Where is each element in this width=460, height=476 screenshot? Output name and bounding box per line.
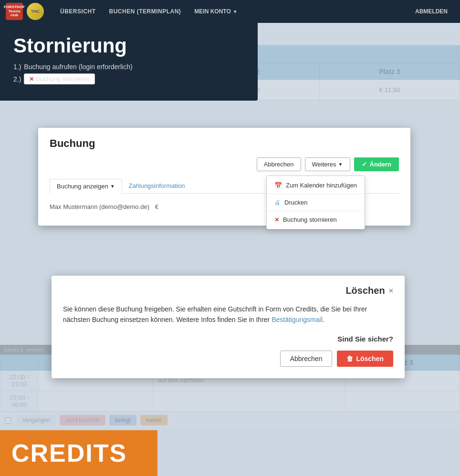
- logo-forsthof: FORSTHOFTennisclub: [6, 3, 23, 20]
- loeschen-link[interactable]: Bestätigungsmail: [272, 316, 323, 323]
- booking-card-title: Buchung: [50, 137, 399, 150]
- loeschen-confirm-label: Löschen: [356, 355, 384, 362]
- loeschen-cancel-button[interactable]: Abbrechen: [280, 351, 333, 367]
- credits-banner: CREDITS: [0, 430, 157, 476]
- navbar: FORSTHOFTennisclub THC ÜBERSICHT BUCHEN …: [0, 0, 460, 23]
- dropdown-stornieren-label: Buchung stornieren: [283, 216, 337, 223]
- dropdown-print-label: Drucken: [284, 199, 307, 206]
- loeschen-title: Löschen: [224, 285, 385, 296]
- loeschen-confirm-button[interactable]: 🗑 Löschen: [337, 351, 393, 367]
- loeschen-btns: Abbrechen 🗑 Löschen: [63, 351, 393, 367]
- credits-text: CREDITS: [11, 439, 127, 467]
- step1-text: Buchung aufrufen (login erforderlich): [24, 63, 132, 71]
- loeschen-body-text2: .: [323, 316, 324, 323]
- aendern-label: Ändern: [370, 161, 392, 168]
- dropdown-divider-2: [267, 211, 365, 211]
- dropdown-divider: [267, 194, 365, 194]
- tutorial-overlay: Stornierung 1.) Buchung aufrufen (login …: [0, 23, 258, 101]
- loeschen-dialog: Löschen × Sie können diese Buchung freig…: [52, 276, 405, 378]
- x-icon: ✕: [29, 76, 34, 83]
- dropdown-cal-label: Zum Kalender hinzufügen: [286, 182, 357, 189]
- dropdown-menu: 📅 Zum Kalender hinzufügen 🖨 Drucken ✕ Bu…: [266, 176, 365, 229]
- nav-mein-konto[interactable]: MEIN KONTO ▼: [188, 0, 244, 23]
- weiteres-label: Weiteres: [312, 161, 336, 168]
- tab-buchung-label: Buchung anzeigen: [57, 183, 108, 190]
- tutorial-title: Stornierung: [13, 34, 244, 57]
- tutorial-btn-label: Buchung stornieren: [36, 75, 90, 83]
- user-name: Max Mustermann (demo@demo.de): [50, 203, 149, 210]
- loeschen-close-btn[interactable]: ×: [389, 287, 393, 295]
- weiteres-button[interactable]: Weiteres ▼: [305, 157, 350, 171]
- abbrechen-button[interactable]: Abbrechen: [257, 157, 301, 171]
- nav-mein-konto-label: MEIN KONTO: [194, 8, 230, 15]
- tab-buchung-caret: ▼: [110, 184, 115, 189]
- aendern-check-icon: ✓: [362, 161, 367, 168]
- tab-zahlung[interactable]: Zahlungsinformation: [122, 179, 192, 193]
- loeschen-confirm-text: Sind Sie sicher?: [63, 335, 393, 343]
- brand: FORSTHOFTennisclub THC: [6, 3, 44, 20]
- cancel-icon: ✕: [274, 217, 279, 223]
- step2-number: 2.): [13, 75, 21, 83]
- loeschen-header: Löschen ×: [63, 285, 393, 296]
- print-icon: 🖨: [274, 199, 281, 206]
- trash-icon: 🗑: [346, 355, 353, 362]
- booking-toolbar: Abbrechen Weiteres ▼ ✓ Ändern: [50, 157, 399, 171]
- logo-thc-text: THC: [31, 9, 40, 14]
- logo-thc: THC: [27, 3, 44, 20]
- tutorial-cancel-btn[interactable]: ✕ Buchung stornieren: [24, 73, 95, 84]
- nav-mein-konto-caret: ▼: [233, 9, 238, 14]
- dropdown-add-calendar[interactable]: 📅 Zum Kalender hinzufügen: [267, 178, 365, 193]
- tab-buchung-anzeigen[interactable]: Buchung anzeigen ▼: [50, 179, 122, 194]
- nav-uebersicht[interactable]: ÜBERSICHT: [53, 0, 103, 23]
- nav-buchen[interactable]: BUCHEN (TERMINPLAN): [103, 0, 188, 23]
- nav-logout[interactable]: ABMELDEN: [408, 8, 454, 15]
- tutorial-step-1: 1.) Buchung aufrufen (login erforderlich…: [13, 63, 244, 71]
- loeschen-body: Sie können diese Buchung freigeben. Sie …: [63, 304, 393, 325]
- logo-forsthof-text: FORSTHOFTennisclub: [4, 5, 25, 18]
- nav-links: ÜBERSICHT BUCHEN (TERMINPLAN) MEIN KONTO…: [53, 0, 408, 23]
- euro-sign: €: [155, 203, 158, 210]
- dropdown-print[interactable]: 🖨 Drucken: [267, 195, 365, 210]
- step1-number: 1.): [13, 63, 21, 71]
- weiteres-caret: ▼: [338, 162, 343, 167]
- tutorial-step-2: 2.) ✕ Buchung stornieren: [13, 73, 244, 84]
- dropdown-stornieren[interactable]: ✕ Buchung stornieren: [267, 212, 365, 227]
- calendar-add-icon: 📅: [274, 182, 282, 189]
- aendern-button[interactable]: ✓ Ändern: [354, 157, 399, 171]
